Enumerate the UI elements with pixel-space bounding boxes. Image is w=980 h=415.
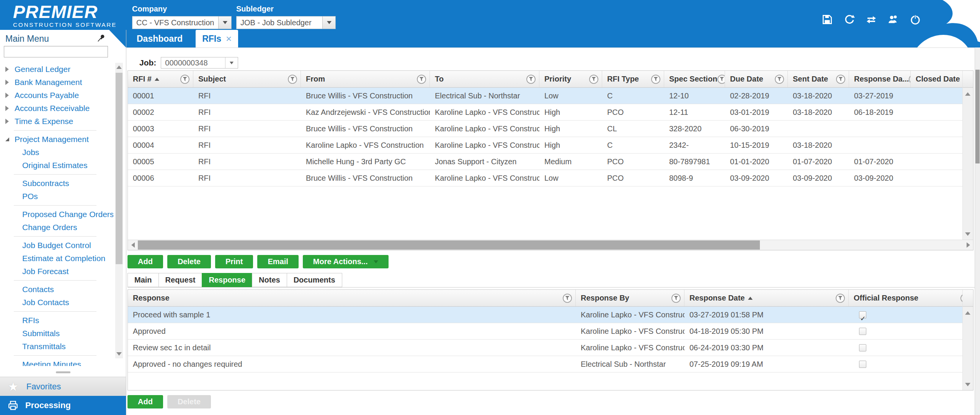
response-table-row[interactable]: Review sec 1c in detail Karoline Lapko -… [128, 340, 962, 356]
filter-icon[interactable] [775, 75, 784, 84]
column-header-spec-section[interactable]: Spec Section [664, 71, 725, 87]
rfi-table-row[interactable]: 00002 RFI Kaz Andrzejewski - VFS Constru… [128, 104, 962, 121]
sidebar-item-estimate-at-completion[interactable]: Estimate at Completion [0, 252, 113, 265]
column-header-subject[interactable]: Subject [193, 71, 301, 87]
sidebar-item-time-expense[interactable]: Time & Expense [0, 115, 113, 128]
scroll-down-icon[interactable] [965, 383, 970, 386]
refresh-icon[interactable] [843, 13, 856, 26]
sidebar-item-accounts-receivable[interactable]: Accounts Receivable [0, 102, 113, 115]
rfi-table-row[interactable]: 00001 RFI Bruce Willis - VFS Constructio… [128, 88, 962, 104]
filter-icon[interactable] [417, 75, 426, 84]
power-icon[interactable] [909, 13, 921, 26]
page-scrollbar[interactable] [975, 47, 980, 415]
sidebar-item-job-contacts[interactable]: Job Contacts [0, 296, 113, 309]
pin-icon[interactable] [96, 33, 106, 43]
tab-documents[interactable]: Documents [287, 273, 342, 287]
more-actions-button[interactable]: More Actions... [303, 255, 389, 268]
close-icon[interactable]: × [226, 34, 232, 44]
column-header-sent-date[interactable]: Sent Date [788, 71, 849, 87]
tab-notes[interactable]: Notes [252, 273, 287, 287]
sidebar-item-favorites[interactable]: ★ Favorites [0, 377, 126, 396]
column-header-response[interactable]: Response [128, 290, 576, 306]
filter-icon[interactable] [288, 75, 297, 84]
subledger-dropdown-button[interactable] [322, 16, 335, 29]
menu-search-input[interactable] [4, 46, 108, 57]
filter-icon[interactable] [589, 75, 598, 84]
add-button[interactable]: Add [127, 255, 163, 268]
tab-request[interactable]: Request [158, 273, 203, 287]
sidebar-item-general-ledger[interactable]: General Ledger [0, 63, 113, 76]
filter-icon[interactable] [563, 294, 572, 303]
expand-right-icon[interactable] [5, 106, 15, 111]
column-header-to[interactable]: To [430, 71, 539, 87]
sidebar-item-subcontracts[interactable]: Subcontracts [0, 177, 113, 190]
sidebar-item-project-management[interactable]: Project Management [0, 133, 113, 146]
column-header-response-date[interactable]: Response Date [684, 290, 849, 306]
scroll-down-icon[interactable] [116, 352, 122, 356]
filter-icon[interactable] [651, 75, 660, 84]
column-header-rfi-no[interactable]: RFI # [128, 71, 193, 87]
save-icon[interactable] [821, 13, 833, 26]
response-table-row[interactable]: Proceed with sample 1 Karoline Lapko - V… [128, 307, 962, 323]
company-dropdown-button[interactable] [218, 16, 231, 29]
rfi-table-row[interactable]: 00003 RFI Bruce Willis - VFS Constructio… [128, 121, 962, 137]
filter-icon[interactable] [671, 294, 681, 303]
column-header-response-date[interactable]: Response Da... [849, 71, 911, 87]
response-table-vertical-scrollbar[interactable] [962, 290, 973, 390]
response-add-button[interactable]: Add [127, 395, 163, 408]
sidebar-item-meeting-minutes[interactable]: Meeting Minutes [0, 358, 113, 366]
scroll-left-icon[interactable] [128, 240, 138, 250]
horizontal-scrollbar-thumb[interactable] [138, 240, 760, 250]
official-response-checkbox[interactable] [859, 311, 866, 319]
tab-main[interactable]: Main [127, 273, 159, 287]
filter-icon[interactable] [526, 75, 536, 84]
response-table-row[interactable]: Approved - no changes required Electrica… [128, 356, 962, 373]
expand-right-icon[interactable] [5, 80, 15, 85]
sidebar-item-job-forecast[interactable]: Job Forecast [0, 265, 113, 278]
column-header-due-date[interactable]: Due Date [725, 71, 788, 87]
sidebar-item-job-budget-control[interactable]: Job Budget Control [0, 239, 113, 252]
sync-icon[interactable] [865, 13, 877, 26]
scroll-right-icon[interactable] [963, 240, 973, 250]
rfi-table-row[interactable]: 00006 RFI Bruce Willis - VFS Constructio… [128, 170, 962, 186]
scroll-up-icon[interactable] [116, 65, 122, 69]
sidebar-item-pos[interactable]: POs [0, 190, 113, 203]
response-delete-button[interactable]: Delete [167, 395, 211, 408]
rfi-table-row[interactable]: 00005 RFI Michelle Hung - 3rd Party GC J… [128, 154, 962, 170]
column-header-official-response[interactable]: Official Response [849, 290, 973, 306]
column-header-priority[interactable]: Priority [539, 71, 602, 87]
menu-scrollbar-thumb[interactable] [116, 73, 122, 264]
tab-response[interactable]: Response [202, 273, 252, 287]
filter-icon[interactable] [180, 75, 189, 84]
job-dropdown-button[interactable] [225, 57, 238, 68]
expand-right-icon[interactable] [5, 93, 15, 98]
official-response-checkbox[interactable] [859, 344, 866, 351]
job-select[interactable]: 0000000348 [161, 57, 238, 69]
sidebar-item-submittals[interactable]: Submittals [0, 327, 113, 340]
sidebar-item-transmittals[interactable]: Transmittals [0, 340, 113, 353]
official-response-checkbox[interactable] [859, 361, 866, 368]
sidebar-item-original-estimates[interactable]: Original Estimates [0, 159, 113, 172]
email-button[interactable]: Email [257, 255, 298, 268]
menu-scrollbar[interactable] [115, 63, 123, 358]
scroll-up-icon[interactable] [965, 92, 970, 96]
print-button[interactable]: Print [215, 255, 253, 268]
column-header-from[interactable]: From [301, 71, 430, 87]
response-table-row[interactable]: Approved Karoline Lapko - VFS Constructi… [128, 323, 962, 340]
sidebar-item-jobs[interactable]: Jobs [0, 146, 113, 159]
sidebar-item-contacts[interactable]: Contacts [0, 283, 113, 296]
sidebar-splitter[interactable] [0, 370, 126, 375]
filter-icon[interactable] [836, 294, 845, 303]
tab-dashboard[interactable]: Dashboard [132, 30, 187, 47]
collapse-icon[interactable] [5, 137, 15, 141]
subledger-select[interactable]: JOB - Job Subledger [236, 16, 336, 29]
filter-icon[interactable] [717, 75, 725, 84]
delete-button[interactable]: Delete [167, 255, 211, 268]
tab-rfis[interactable]: RFIs × [196, 30, 238, 47]
page-scrollbar-thumb[interactable] [975, 70, 980, 163]
sidebar-item-rfis[interactable]: RFIs [0, 314, 113, 327]
column-header-response-by[interactable]: Response By [576, 290, 684, 306]
sidebar-item-proposed-change-orders[interactable]: Proposed Change Orders [0, 208, 113, 221]
scroll-up-icon[interactable] [965, 311, 970, 315]
filter-icon[interactable] [836, 75, 845, 84]
